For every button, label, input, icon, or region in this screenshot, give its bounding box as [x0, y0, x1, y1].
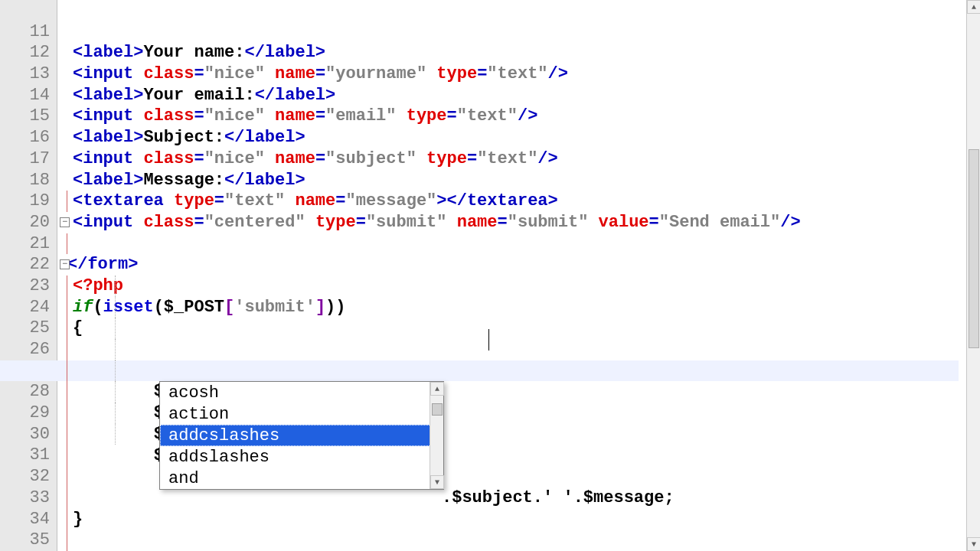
code-line[interactable]: 27 $message=$_POST['message'];: [0, 339, 959, 360]
code-line[interactable]: 21 − <?php: [0, 212, 959, 233]
indent-guide: [115, 318, 116, 339]
code-line[interactable]: 29: [0, 381, 959, 403]
code-line[interactable]: 18 <textarea type="text" name="message">…: [0, 148, 959, 170]
fold-guide: [67, 276, 67, 297]
code-line[interactable]: 25 $email=$_POST['email'];: [0, 297, 959, 318]
text-caret: [488, 329, 489, 350]
code-line[interactable]: 31: [0, 424, 959, 445]
fold-guide: [67, 487, 67, 509]
autocomplete-item[interactable]: and: [160, 468, 443, 489]
scroll-thumb[interactable]: [969, 149, 979, 348]
code-line[interactable]: 22 if(isset($_POST['submit'])): [0, 233, 959, 255]
code-editor: 11 <label>Your name:</label> 12 <input c…: [0, 0, 980, 551]
code-line[interactable]: 19 <input class="centered" type="submit"…: [0, 170, 959, 191]
code-line[interactable]: 24 $name=$_POST['yourname'];: [0, 276, 959, 297]
autocomplete-item-selected[interactable]: addcslashes: [160, 425, 443, 446]
code-line[interactable]: 23 − {: [0, 254, 959, 276]
fold-guide: [67, 191, 67, 212]
autocomplete-item[interactable]: action: [160, 403, 443, 425]
code-line[interactable]: 17 <label>Message:</label>: [0, 127, 959, 148]
autocomplete-item[interactable]: addslashes: [160, 446, 443, 468]
fold-guide: [67, 233, 67, 255]
code-line[interactable]: 35 </div>: [0, 509, 959, 530]
scroll-down-icon[interactable]: ▼: [430, 475, 444, 489]
code-line[interactable]: 26 $subject=$_POST['subject'];: [0, 318, 959, 339]
code-line[interactable]: 11 <label>Your name:</label>: [0, 0, 959, 21]
editor-scrollbar[interactable]: ▲ ▼: [966, 0, 980, 551]
indent-guide: [115, 360, 116, 382]
code-line[interactable]: 34 ?>: [0, 487, 959, 509]
fold-toggle-icon[interactable]: −: [60, 259, 70, 269]
fold-guide: [67, 530, 67, 551]
code-line[interactable]: 33: [0, 466, 959, 487]
indent-guide: [115, 424, 116, 445]
code-line[interactable]: 32 }: [0, 445, 959, 466]
fold-guide: [67, 381, 67, 403]
indent-guide: [115, 381, 116, 403]
indent-guide: [115, 339, 116, 360]
fold-guide: [67, 424, 67, 445]
indent-guide: [115, 297, 116, 318]
fold-toggle-icon[interactable]: −: [60, 217, 70, 227]
code-line[interactable]: 14 <input class="nice" name="email" type…: [0, 64, 959, 85]
code-line[interactable]: 12 <input class="nice" name="yourname" t…: [0, 21, 959, 43]
fold-guide: [67, 318, 67, 339]
fold-guide: [67, 339, 67, 360]
scroll-up-icon[interactable]: ▲: [430, 382, 444, 396]
code-line[interactable]: 15 <label>Subject:</label>: [0, 85, 959, 106]
code-line[interactable]: 13 <label>Your email:</label>: [0, 42, 959, 64]
code-lines: 11 <label>Your name:</label> 12 <input c…: [0, 0, 959, 551]
scroll-down-icon[interactable]: ▼: [967, 537, 980, 551]
fold-guide: [67, 297, 67, 318]
scroll-thumb[interactable]: [432, 403, 443, 416]
code-line[interactable]: 36 </body>: [0, 530, 959, 551]
fold-guide: [67, 445, 67, 466]
fold-guide: [67, 509, 67, 530]
autocomplete-popup[interactable]: acosh action addcslashes addslashes and …: [159, 381, 444, 490]
fold-guide: [67, 466, 67, 487]
autocomplete-item[interactable]: acosh: [160, 382, 443, 403]
code-line-current[interactable]: 28 $ad: [0, 360, 959, 382]
fold-guide: [67, 360, 67, 382]
code-line[interactable]: 30 .$subject.' '.$message;: [0, 403, 959, 424]
indent-guide: [115, 403, 116, 424]
fold-guide: [67, 403, 67, 424]
code-line[interactable]: 16 <input class="nice" name="subject" ty…: [0, 106, 959, 127]
scroll-up-icon[interactable]: ▲: [967, 0, 980, 14]
code-line[interactable]: 20 </form>: [0, 191, 959, 212]
autocomplete-scrollbar[interactable]: ▲ ▼: [430, 382, 443, 489]
indent-guide: [115, 276, 116, 297]
